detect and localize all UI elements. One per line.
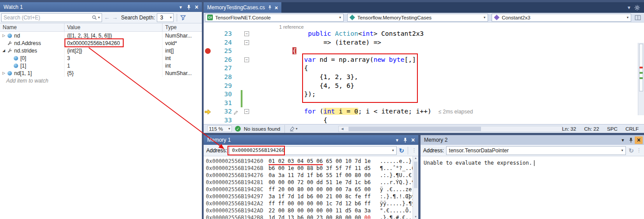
scroll-down-icon[interactable]: ▾	[413, 215, 418, 219]
document-tab[interactable]: MemoryTestingCases.cs ×	[204, 2, 281, 13]
fold-collapse-icon[interactable]: −	[244, 40, 249, 45]
editor-horizontal-scrollbar[interactable]: ◀	[338, 126, 562, 132]
search-previous-icon[interactable]: ←	[104, 14, 110, 21]
search-depth-select[interactable]: 3 ▾	[157, 13, 174, 22]
column-header-value[interactable]: Value	[64, 23, 163, 31]
split-window-icon[interactable]	[635, 15, 643, 20]
close-icon[interactable]: ×	[635, 136, 643, 144]
watch-row[interactable]: nd.Address0x000002556b194260void*	[0, 39, 202, 47]
toolbar-overflow-icon[interactable]: ⋮	[412, 147, 417, 153]
code-text[interactable]: for (int i = 0; i < iterate; i++)≤ 2ms e…	[254, 107, 644, 116]
code-text[interactable]: public Action<int> Constant2x3	[254, 30, 644, 38]
project-dropdown[interactable]: C# TensorFlowNET.Console ▾	[205, 14, 344, 22]
code-text[interactable]: {1, 2, 3},	[254, 73, 644, 82]
memory-row[interactable]: 0x000002556B19428Cff 20 00 80 00 00 00 0…	[206, 186, 418, 193]
watch-row[interactable]: ◢nd.strides{int[2]}int[]	[0, 47, 202, 54]
watch-value-cell[interactable]: {5}	[64, 69, 163, 77]
memory1-address-input[interactable]	[230, 147, 390, 153]
issues-status-text[interactable]: No issues found	[244, 126, 280, 132]
scroll-left-icon[interactable]: ◀	[339, 127, 346, 131]
window-position-chevron-icon[interactable]: ▾	[177, 4, 185, 11]
document-list-chevron-icon[interactable]: ▾	[628, 4, 630, 11]
collapsed-expander-icon[interactable]: ▷	[1, 34, 6, 38]
close-icon[interactable]: ×	[193, 4, 201, 11]
column-header-name[interactable]: Name	[0, 23, 64, 31]
memory-row[interactable]: 0x000002556B1942760a 3a 11 7d 1f b6 55 1…	[206, 172, 418, 179]
memory1-dump[interactable]: 0x000002556B19426001 02 03 04 05 06 65 0…	[204, 156, 418, 219]
code-text[interactable]: {	[254, 47, 644, 56]
fold-collapse-icon[interactable]: −	[244, 109, 249, 114]
fold-collapse-icon[interactable]: −	[244, 57, 249, 62]
search-input[interactable]	[2, 15, 91, 21]
watch-row[interactable]: [1]1int	[0, 62, 202, 69]
memory2-content[interactable]: Unable to evaluate the expression.	[420, 156, 644, 219]
code-line[interactable]: 29 {4, 5, 6}	[204, 82, 644, 91]
code-line[interactable]: 26− var nd = np.array(new byte[,]	[204, 56, 644, 64]
watch-row[interactable]: ▷nd{[[1, 2, 3], [4, 5, 6]]}NumShar...	[0, 32, 202, 39]
window-position-chevron-icon[interactable]: ▾	[619, 136, 627, 144]
refresh-icon[interactable]: ↻	[399, 147, 404, 154]
scrollbar-thumb[interactable]	[414, 162, 417, 188]
code-line[interactable]: 23− public Action<int> Constant2x3	[204, 30, 644, 38]
add-watch-item-row[interactable]: Add item to watch	[0, 77, 202, 84]
pin-icon[interactable]	[185, 4, 193, 11]
memory1-scrollbar[interactable]: ▴ ▾	[413, 156, 418, 219]
memory-row[interactable]: 0x000002556B1942A2ff ff 00 00 00 00 1c 7…	[206, 200, 418, 207]
chevron-down-icon[interactable]: ▾	[390, 148, 396, 152]
fold-collapse-icon[interactable]: −	[244, 31, 249, 36]
code-line[interactable]: 33 {	[204, 116, 644, 124]
memory1-titlebar[interactable]: Memory 1 ▾ ×	[204, 135, 418, 145]
watch-value-cell[interactable]: 3	[64, 54, 163, 62]
code-text[interactable]: {	[254, 116, 644, 124]
scrollbar-thumb[interactable]	[349, 127, 481, 131]
code-text[interactable]: });	[254, 90, 644, 99]
member-dropdown[interactable]: Constant2x3 ▾	[492, 14, 631, 22]
filter-watchpoints-icon[interactable]	[180, 15, 186, 20]
search-next-icon[interactable]: →	[112, 14, 118, 21]
search-options-chevron-icon[interactable]: ▾	[98, 15, 102, 19]
code-line[interactable]: 25 {	[204, 47, 644, 56]
toolbar-overflow-icon[interactable]: ⋮	[636, 147, 641, 153]
refresh-icon[interactable]: ↻	[628, 147, 634, 154]
memory1-address-combo[interactable]: ▾	[229, 146, 397, 155]
search-box[interactable]: ▾	[1, 13, 102, 22]
code-text[interactable]: => (iterate) =>	[254, 38, 644, 47]
memory-row[interactable]: 0x000002556B19426Bb6 00 1e 00 88 b0 3f 5…	[206, 165, 418, 172]
close-icon[interactable]: ×	[409, 136, 417, 144]
codelens-references[interactable]: 1 reference	[204, 23, 644, 30]
pin-icon[interactable]	[627, 136, 635, 144]
code-line[interactable]: 31	[204, 99, 644, 108]
search-icon[interactable]	[91, 15, 98, 20]
editor-vertical-scrollbar[interactable]	[638, 43, 644, 115]
tab-close-icon[interactable]: ×	[275, 4, 278, 11]
column-header-type[interactable]: Type	[163, 23, 202, 31]
watch-value-cell[interactable]: {int[2]}	[64, 47, 163, 54]
code-line[interactable]: 27 {	[204, 64, 644, 73]
watch-row[interactable]: ▷nd[1, 1]{5}NumShar...	[0, 69, 202, 77]
memory-row[interactable]: 0x000002556B1942AD22 00 80 00 00 00 00 1…	[206, 207, 418, 214]
code-text[interactable]: {	[254, 64, 644, 73]
watch-value-cell[interactable]: 1	[64, 62, 163, 69]
code-text[interactable]: var nd = np.array(new byte[,]	[254, 56, 644, 64]
watch-value-cell[interactable]: {[[1, 2, 3], [4, 5, 6]]}	[64, 32, 163, 39]
memory-row[interactable]: 0x000002556B1942973a 1f 7d 1d b6 00 21 0…	[206, 193, 418, 200]
health-check-icon[interactable]: ✓	[235, 126, 241, 132]
memory-row[interactable]: 0x000002556B1942B81d 7d 13 b6 00 23 00 8…	[206, 214, 418, 219]
scroll-up-icon[interactable]: ▴	[415, 156, 417, 159]
code-line[interactable]: 32− for (int i = 0; i < iterate; i++)≤ 2…	[204, 107, 644, 116]
current-statement-arrow-icon[interactable]	[204, 107, 212, 116]
code-text[interactable]: {4, 5, 6}	[254, 82, 644, 91]
memory2-address-input[interactable]	[447, 147, 619, 154]
type-dropdown[interactable]: Tensorflow.MemoryTestingCases ▾	[347, 14, 488, 22]
code-editor[interactable]: 1 reference23− public Action<int> Consta…	[204, 23, 644, 124]
memory2-address-combo[interactable]: ▾	[446, 146, 626, 155]
watch-titlebar[interactable]: Watch 1 ▾ ×	[0, 2, 202, 12]
chevron-down-icon[interactable]: ▾	[619, 148, 625, 152]
memory2-titlebar[interactable]: Memory 2 ▾ ×	[420, 135, 644, 145]
window-position-chevron-icon[interactable]: ▾	[393, 136, 401, 144]
code-line[interactable]: 30 });	[204, 90, 644, 99]
pin-icon[interactable]	[401, 136, 409, 144]
code-line[interactable]: 24− => (iterate) =>	[204, 38, 644, 47]
collapsed-expander-icon[interactable]: ▷	[1, 71, 6, 75]
zoom-dropdown[interactable]: 115 % ▾	[207, 125, 232, 132]
